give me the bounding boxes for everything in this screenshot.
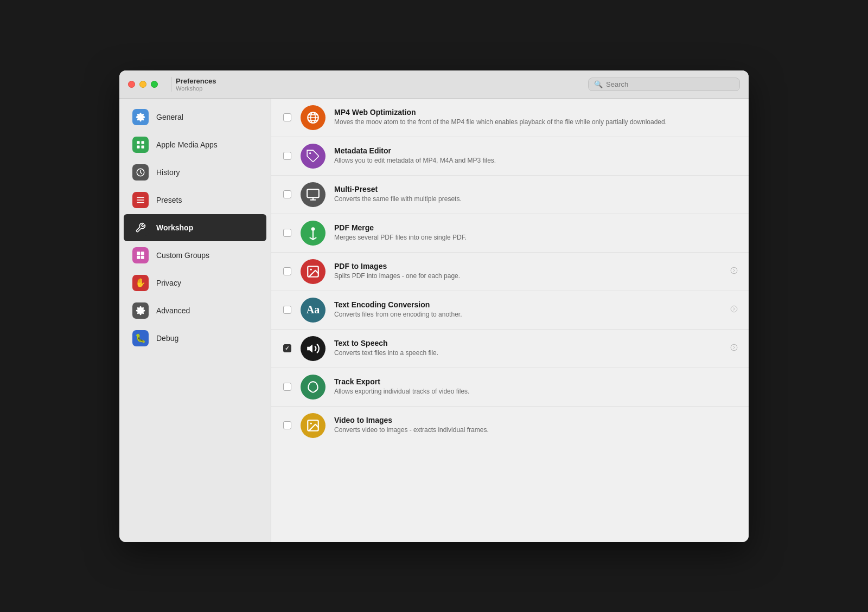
detail-arrow-text-to-speech[interactable] [730,344,738,353]
detail-arrow-pdf-to-images[interactable] [730,267,738,276]
detail-arrow-text-encoding-conversion[interactable] [730,305,738,314]
item-desc-pdf-merge: Merges several PDF files into one single… [334,233,738,242]
checkbox-multi-preset[interactable] [283,190,291,198]
item-icon-pdf-to-images [301,259,326,284]
sidebar-label-presets: Presets [156,196,182,204]
sidebar-icon-history [132,164,149,181]
maximize-button[interactable] [151,81,158,88]
item-desc-mp4-web-optimization: Moves the moov atom to the front of the … [334,118,738,127]
workshop-item-video-to-images: Video to ImagesConverts video to images … [271,407,749,444]
checkbox-mp4-web-optimization[interactable] [283,113,291,121]
checkbox-text-to-speech[interactable] [283,344,291,352]
item-text-video-to-images: Video to ImagesConverts video to images … [334,416,738,435]
checkbox-text-encoding-conversion[interactable] [283,306,291,314]
item-title-text-to-speech: Text to Speech [334,339,722,347]
checkbox-wrapper-text-encoding-conversion [282,305,292,315]
item-text-text-to-speech: Text to SpeechConverts text files into a… [334,339,722,358]
workshop-item-text-to-speech: Text to SpeechConverts text files into a… [271,330,749,368]
titlebar-text: Preferences Workshop [171,77,216,92]
app-window: Preferences Workshop 🔍 GeneralApple Medi… [119,70,749,542]
svg-rect-18 [307,189,319,197]
workshop-item-multi-preset: Multi-PresetConverts the same file with … [271,176,749,214]
sidebar-label-debug: Debug [156,334,178,343]
svg-rect-8 [137,252,140,255]
item-desc-pdf-to-images: Splits PDF into images - one for each pa… [334,272,722,281]
minimize-button[interactable] [139,81,146,88]
checkbox-pdf-to-images[interactable] [283,267,291,275]
svg-rect-2 [137,145,139,148]
checkbox-wrapper-mp4-web-optimization [282,113,292,123]
sidebar-icon-debug: 🐛 [132,330,149,346]
sidebar-item-general[interactable]: General [124,104,266,131]
item-title-metadata-editor: Metadata Editor [334,146,738,155]
checkbox-video-to-images[interactable] [283,421,291,429]
sidebar-item-apple-media-apps[interactable]: Apple Media Apps [124,131,266,158]
sidebar-item-privacy[interactable]: ✋Privacy [124,269,266,297]
workshop-item-track-export: Track ExportAllows exporting individual … [271,368,749,407]
workshop-item-metadata-editor: Metadata EditorAllows you to edit metada… [271,137,749,176]
checkbox-wrapper-text-to-speech [282,344,292,353]
sidebar-icon-general [132,109,149,125]
item-desc-multi-preset: Converts the same file with multiple pre… [334,195,738,204]
item-text-metadata-editor: Metadata EditorAllows you to edit metada… [334,146,738,165]
svg-marker-24 [307,344,312,352]
checkbox-wrapper-track-export [282,382,292,392]
titlebar-subtitle: Workshop [176,85,216,92]
sidebar-label-advanced: Advanced [156,306,190,315]
svg-rect-9 [141,252,144,255]
item-icon-metadata-editor [301,144,326,169]
search-bar[interactable]: 🔍 [588,78,740,91]
item-text-pdf-to-images: PDF to ImagesSplits PDF into images - on… [334,262,722,281]
item-desc-video-to-images: Converts video to images - extracts indi… [334,426,738,435]
sidebar-icon-advanced [132,302,149,319]
svg-point-25 [731,344,737,351]
svg-point-22 [731,267,737,274]
workshop-item-pdf-to-images: PDF to ImagesSplits PDF into images - on… [271,253,749,291]
checkbox-metadata-editor[interactable] [283,152,291,160]
main-content: MP4 Web OptimizationMoves the moov atom … [271,99,749,542]
search-input[interactable] [606,80,734,88]
sidebar: GeneralApple Media AppsHistoryPresetsWor… [119,99,271,542]
sidebar-label-privacy: Privacy [156,279,181,287]
item-title-mp4-web-optimization: MP4 Web Optimization [334,108,738,117]
sidebar-icon-apple-media-apps [132,137,149,153]
item-title-text-encoding-conversion: Text Encoding Conversion [334,300,722,309]
checkbox-wrapper-metadata-editor [282,151,292,161]
item-icon-text-encoding-conversion: Aa [301,298,326,323]
item-icon-pdf-merge [301,221,326,246]
sidebar-item-presets[interactable]: Presets [124,186,266,214]
sidebar-item-debug[interactable]: 🐛Debug [124,325,266,352]
svg-rect-3 [142,145,144,148]
item-desc-text-encoding-conversion: Converts files from one encoding to anot… [334,310,722,319]
titlebar: Preferences Workshop 🔍 [119,70,749,99]
workshop-item-text-encoding-conversion: AaText Encoding ConversionConverts files… [271,291,749,330]
sidebar-item-custom-groups[interactable]: Custom Groups [124,242,266,269]
close-button[interactable] [128,81,135,88]
workshop-item-mp4-web-optimization: MP4 Web OptimizationMoves the moov atom … [271,99,749,137]
titlebar-title: Preferences [176,77,216,85]
svg-point-27 [310,422,312,424]
content: GeneralApple Media AppsHistoryPresetsWor… [119,99,749,542]
checkbox-wrapper-pdf-merge [282,228,292,238]
svg-rect-10 [137,255,140,259]
sidebar-item-advanced[interactable]: Advanced [124,297,266,324]
sidebar-item-workshop[interactable]: Workshop [124,214,266,241]
svg-rect-1 [142,141,144,144]
svg-rect-7 [137,202,144,203]
sidebar-label-workshop: Workshop [156,223,193,232]
sidebar-icon-custom-groups [132,247,149,263]
item-title-video-to-images: Video to Images [334,416,738,424]
checkbox-pdf-merge[interactable] [283,229,291,237]
checkbox-track-export[interactable] [283,383,291,391]
item-icon-track-export [301,375,326,400]
sidebar-icon-privacy: ✋ [132,275,149,291]
item-text-multi-preset: Multi-PresetConverts the same file with … [334,185,738,204]
item-title-pdf-merge: PDF Merge [334,223,738,232]
item-text-pdf-merge: PDF MergeMerges several PDF files into o… [334,223,738,242]
item-icon-mp4-web-optimization [301,105,326,130]
sidebar-item-history[interactable]: History [124,159,266,186]
item-desc-track-export: Allows exporting individual tracks of vi… [334,387,738,396]
svg-point-21 [310,268,312,270]
item-title-multi-preset: Multi-Preset [334,185,738,194]
sidebar-label-apple-media-apps: Apple Media Apps [156,140,218,149]
